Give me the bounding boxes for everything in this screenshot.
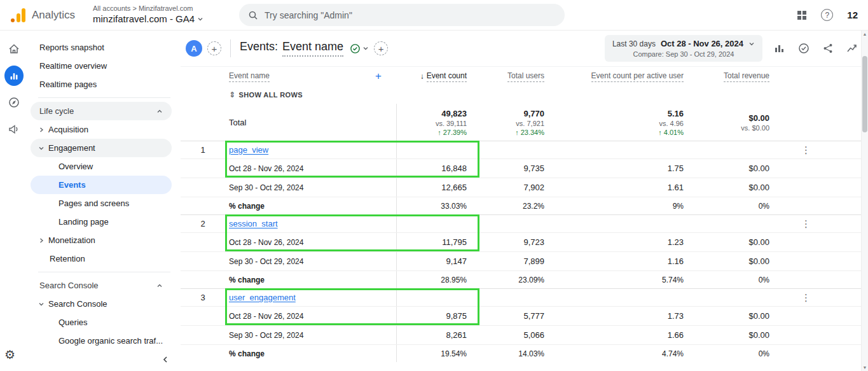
- data-quality-icon[interactable]: [798, 43, 809, 54]
- analytics-logo-icon[interactable]: [10, 8, 27, 23]
- change-label: % change: [225, 345, 397, 362]
- event-row: 3 user_engagement ⋮: [181, 288, 868, 306]
- report-title: Events: Event name: [240, 40, 343, 57]
- row-menu-icon[interactable]: ⋮: [801, 219, 811, 228]
- column-header-event-name[interactable]: Event name: [229, 71, 270, 82]
- total-label: Total: [225, 104, 397, 141]
- row-menu-icon[interactable]: ⋮: [801, 293, 811, 302]
- add-dimension-icon[interactable]: +: [375, 70, 382, 83]
- cell-total-users: 7,902: [479, 178, 556, 197]
- events-table: Event name + ↓Event count Total users Ev…: [181, 67, 868, 362]
- sidebar-item-realtime-pages[interactable]: Realtime pages: [31, 75, 172, 94]
- property-name: minzifatravel.com - GA4: [93, 13, 195, 25]
- sidebar-item-label: Engagement: [48, 143, 95, 153]
- column-header-event-count[interactable]: Event count: [427, 71, 467, 82]
- cell-event-count: 8,261: [397, 326, 479, 344]
- add-comparison-icon[interactable]: +: [207, 41, 221, 55]
- sidebar-item-retention[interactable]: Retention: [31, 249, 172, 268]
- search-bar[interactable]: [239, 4, 565, 26]
- reports-icon[interactable]: [4, 66, 24, 85]
- cell-total-users: 23.09%: [479, 271, 556, 288]
- share-icon[interactable]: [822, 43, 834, 54]
- notification-count: 12: [847, 10, 858, 20]
- scrollbar[interactable]: ▲ ▼: [861, 31, 868, 371]
- scroll-down-icon[interactable]: ▼: [862, 365, 868, 370]
- section-label: Search Console: [39, 281, 99, 290]
- main-content: A + Events: Event name + Last 30 days Oc…: [181, 31, 868, 371]
- home-icon[interactable]: [4, 39, 24, 59]
- event-name-link[interactable]: user_engagement: [229, 293, 296, 302]
- cell-revenue: 0%: [692, 345, 778, 362]
- sidebar-item-label: Queries: [59, 318, 88, 327]
- sidebar-item-overview[interactable]: Overview: [31, 157, 172, 176]
- sidebar-item-label: Monetization: [48, 235, 95, 245]
- sidebar-item-monetization[interactable]: Monetization: [31, 231, 172, 249]
- sidebar-section-search-console[interactable]: Search Console: [31, 276, 172, 295]
- cell-total-users: 14.03%: [479, 345, 556, 362]
- previous-period-row: Sep 30 - Oct 29, 2024 9,147 7,899 1.16 $…: [181, 251, 868, 270]
- sidebar-item-reports-snapshot[interactable]: Reports snapshot: [31, 38, 172, 57]
- row-index: 1: [181, 141, 225, 158]
- property-selector[interactable]: minzifatravel.com - GA4: [93, 13, 203, 25]
- add-metric-icon[interactable]: +: [374, 41, 388, 55]
- sidebar-item-label: Overview: [59, 162, 93, 171]
- sidebar-item-label: Realtime overview: [39, 61, 107, 71]
- sidebar-item-realtime-overview[interactable]: Realtime overview: [31, 57, 172, 75]
- cell-event-count: 28.95%: [397, 271, 479, 288]
- sidebar-item-pages-and-screens[interactable]: Pages and screens: [31, 194, 172, 213]
- event-name-link[interactable]: page_view: [229, 145, 268, 155]
- help-icon[interactable]: ?: [821, 9, 833, 21]
- breadcrumb[interactable]: All accounts > Minzifatravel.com: [93, 4, 203, 13]
- cell-event-count: 16,848: [397, 159, 479, 178]
- chevron-up-icon: [156, 108, 163, 115]
- comparison-chip-avatar[interactable]: A: [186, 40, 202, 57]
- advertising-icon[interactable]: [4, 120, 24, 139]
- column-header-total-users[interactable]: Total users: [507, 71, 544, 82]
- explore-icon[interactable]: [4, 93, 24, 112]
- period-label: Sep 30 - Oct 29, 2024: [225, 178, 397, 197]
- sidebar-section-life-cycle[interactable]: Life cycle: [31, 102, 172, 120]
- cell-per-user: 5.74%: [556, 271, 692, 288]
- sidebar-item-landing-page[interactable]: Landing page: [31, 213, 172, 231]
- sidebar-item-queries[interactable]: Queries: [31, 313, 172, 332]
- cell-event-count: 9,147: [397, 252, 479, 270]
- column-header-total-revenue[interactable]: Total revenue: [724, 71, 769, 82]
- sidebar-item-google-organic-search[interactable]: Google organic search traf...: [31, 332, 172, 350]
- sidebar-item-engagement[interactable]: Engagement: [31, 139, 172, 157]
- cell-event-count: 33.03%: [397, 197, 479, 214]
- scroll-up-icon[interactable]: ▲: [862, 32, 868, 36]
- percent-change-row: % change 28.95% 23.09% 5.74% 0%: [181, 270, 868, 288]
- date-range-picker[interactable]: Last 30 days Oct 28 - Nov 26, 2024 Compa…: [605, 35, 762, 62]
- collapse-sidebar-icon[interactable]: [162, 356, 169, 363]
- total-per-user: 5.16 vs. 4.96 ↑ 4.01%: [556, 104, 692, 141]
- report-title-dimension[interactable]: Event name: [282, 40, 343, 57]
- percent-change-row: % change 19.54% 14.03% 4.74% 0%: [181, 344, 868, 362]
- show-all-rows-button[interactable]: ⇕ SHOW ALL ROWS: [229, 90, 303, 99]
- period-label: Sep 30 - Oct 29, 2024: [225, 252, 397, 270]
- event-name-link[interactable]: session_start: [229, 219, 278, 228]
- charts-toggle-icon[interactable]: [774, 43, 785, 54]
- row-index: 3: [181, 289, 225, 306]
- admin-gear-icon[interactable]: ⚙: [4, 347, 15, 362]
- cell-total-users: 9,723: [479, 233, 556, 251]
- sidebar-item-events[interactable]: Events: [31, 176, 172, 194]
- check-circle-icon: [350, 43, 361, 54]
- search-input[interactable]: [265, 10, 556, 20]
- scrollbar-thumb[interactable]: [862, 56, 867, 132]
- cell-total-users: 5,066: [479, 326, 556, 344]
- apps-grid-icon[interactable]: [797, 10, 807, 20]
- topbar-actions: ? 12: [797, 9, 858, 21]
- change-label: % change: [225, 271, 397, 288]
- cell-per-user: 1.61: [556, 178, 692, 197]
- insights-icon[interactable]: [846, 43, 858, 54]
- cell-event-count: 11,795: [397, 233, 479, 251]
- chevron-right-icon: [38, 237, 45, 244]
- column-header-per-user[interactable]: Event count per active user: [591, 71, 684, 82]
- period-label: Oct 28 - Nov 26, 2024: [225, 159, 397, 178]
- report-status-dropdown[interactable]: [350, 43, 369, 54]
- sidebar-item-acquisition[interactable]: Acquisition: [31, 120, 172, 139]
- row-menu-icon[interactable]: ⋮: [801, 145, 811, 155]
- sidebar-item-search-console[interactable]: Search Console: [31, 295, 172, 313]
- row-index: 2: [181, 215, 225, 232]
- chevron-up-icon: [156, 283, 163, 289]
